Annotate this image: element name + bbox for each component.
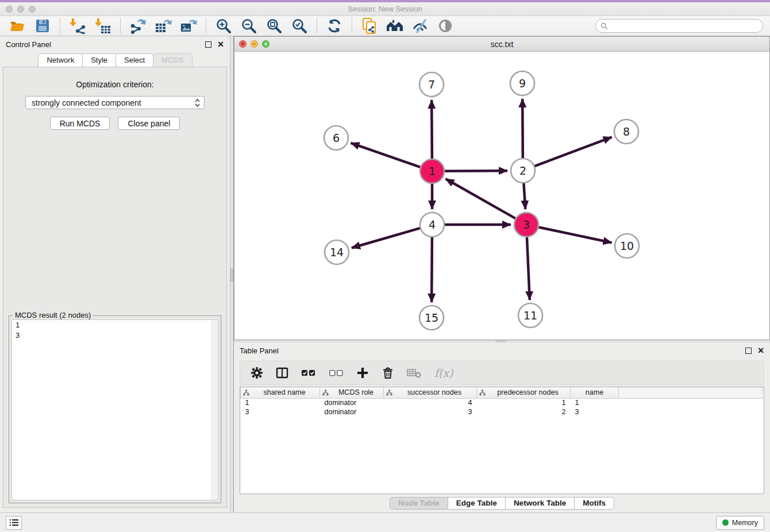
mcds-result-list[interactable]: 13 [11,319,218,500]
zoom-out-icon[interactable] [240,17,258,34]
node-11[interactable]: 11 [518,303,542,327]
delete-table-icon[interactable] [407,367,422,379]
float-table-panel-icon[interactable] [745,348,752,354]
tab-node-table[interactable]: Node Table [390,497,448,510]
export-table-icon[interactable] [154,17,172,34]
first-neighbors-icon[interactable] [386,17,404,34]
float-panel-icon[interactable] [205,41,211,48]
edge-2-9[interactable] [522,99,523,158]
edge-4-15[interactable] [432,237,432,302]
column-header-name[interactable]: name [571,387,619,398]
edge-4-14[interactable] [352,228,420,248]
table-options-icon[interactable] [251,367,263,379]
export-network-icon[interactable] [129,17,147,34]
mcds-result-item[interactable]: 3 [12,330,218,341]
node-1[interactable]: 1 [420,159,444,183]
column-header-MCDS-role[interactable]: MCDS role [320,387,384,398]
table-tabs-footer: Node Table Edge Table Network Table Moti… [234,494,770,512]
node-table-wrap[interactable]: shared nameMCDS rolesuccessor nodesprede… [240,387,764,494]
mcds-result-group: MCDS result (2 nodes) 13 [9,315,221,503]
edge-1-6[interactable] [351,143,421,167]
zoom-fit-icon[interactable] [265,17,283,34]
zoom-in-icon[interactable] [214,17,233,34]
node-6[interactable]: 6 [324,126,348,150]
cell-MCDS-role[interactable]: dominator [320,398,384,407]
show-hide-icon[interactable] [436,17,455,34]
copy-network-icon[interactable] [360,17,379,34]
tab-style[interactable]: Style [82,53,116,67]
edge-3-10[interactable] [539,228,612,243]
edge-1-7[interactable] [432,100,432,159]
tab-select[interactable]: Select [116,53,153,67]
import-network-icon[interactable] [68,17,87,34]
optimization-criterion-select[interactable]: strongly connected component [25,96,205,109]
style-painter-icon[interactable] [411,17,429,34]
edge-2-8[interactable] [535,137,612,167]
node-9[interactable]: 9 [510,71,534,95]
delete-row-icon[interactable] [382,367,394,379]
add-row-icon[interactable] [356,367,369,379]
network-canvas[interactable]: 7968124314101511 [234,52,769,340]
edge-1-2[interactable] [445,171,507,171]
node-8[interactable]: 8 [614,119,638,144]
export-image-icon[interactable] [179,17,198,34]
mcds-result-item[interactable]: 1 [12,320,218,330]
table-row[interactable]: 1dominator411 [241,398,763,407]
column-header-successor-nodes[interactable]: successor nodes [384,387,477,398]
vertical-splitter[interactable] [230,36,234,512]
node-14[interactable]: 14 [325,240,349,264]
node-2[interactable]: 2 [511,159,535,183]
close-panel-button[interactable]: Close panel [118,117,180,130]
node-4[interactable]: 4 [420,213,444,237]
open-file-icon[interactable] [8,17,26,34]
result-scrollbar[interactable] [211,320,218,500]
cell-predecessor-nodes[interactable]: 1 [477,398,571,407]
tab-motifs[interactable]: Motifs [575,497,614,510]
node-15[interactable]: 15 [419,306,444,330]
cell-predecessor-nodes[interactable]: 2 [477,407,571,417]
tab-mcds[interactable]: MCDS [153,53,192,67]
column-header-shared-name[interactable]: shared name [241,387,320,398]
tab-network[interactable]: Network [38,53,83,67]
function-builder-icon[interactable]: f(x) [434,367,453,379]
cell-name[interactable]: 3 [571,407,619,417]
cell-successor-nodes[interactable]: 4 [384,398,477,407]
show-column-icon[interactable] [276,367,288,379]
cell-shared-name[interactable]: 3 [241,407,320,417]
node-10[interactable]: 10 [615,234,639,258]
close-panel-icon[interactable]: ✕ [217,41,224,48]
edge-3-1[interactable] [445,179,515,218]
splitter-handle[interactable] [230,269,233,282]
node-3[interactable]: 3 [514,213,538,237]
edge-3-11[interactable] [527,237,530,300]
cell-shared-name[interactable]: 1 [241,398,320,407]
cell-MCDS-role[interactable]: dominator [320,407,384,417]
network-window-titlebar[interactable]: × − + scc.txt [234,37,769,52]
save-session-icon[interactable] [33,17,52,34]
search-input[interactable] [610,20,763,32]
edge-2-3[interactable] [523,183,525,209]
memory-button[interactable]: Memory [716,516,764,530]
deselect-all-icon[interactable] [329,367,344,379]
close-table-panel-icon[interactable]: ✕ [757,348,764,354]
search-input-wrap[interactable] [595,19,763,33]
node-label: 15 [425,311,438,324]
task-history-button[interactable] [6,516,22,530]
node-label: 3 [523,218,530,231]
cell-successor-nodes[interactable]: 3 [384,407,477,417]
tab-edge-table[interactable]: Edge Table [448,497,506,510]
node-label: 14 [330,246,344,259]
cell-name[interactable]: 1 [571,398,619,407]
network-graph[interactable]: 7968124314101511 [234,52,769,340]
run-mcds-button[interactable]: Run MCDS [50,117,110,130]
apply-layout-icon[interactable] [325,17,344,34]
import-table-icon[interactable] [94,17,112,34]
table-row[interactable]: 3dominator323 [241,407,763,417]
zoom-selected-icon[interactable] [290,17,309,34]
column-header-predecessor-nodes[interactable]: predecessor nodes [477,387,571,398]
tab-network-table[interactable]: Network Table [506,497,575,510]
control-panel: Control Panel ✕ Network Style Select MCD… [0,36,230,512]
node-7[interactable]: 7 [419,72,444,97]
select-all-icon[interactable] [301,367,316,379]
memory-status-icon [722,519,729,526]
